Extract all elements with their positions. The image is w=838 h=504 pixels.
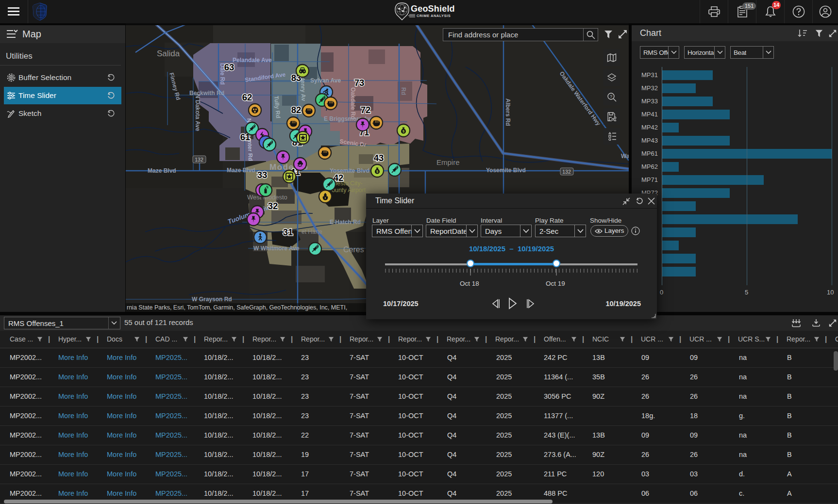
svg-text:Rd: Rd: [400, 87, 407, 95]
svg-text:32: 32: [268, 201, 278, 211]
svg-text:82: 82: [291, 105, 302, 115]
svg-text:Wa: Wa: [621, 153, 629, 160]
svg-text:E Hatch Rd: E Hatch Rd: [330, 219, 361, 226]
svg-text:ounty Airport: ounty Airport: [332, 187, 366, 194]
svg-text:N Dakota Ave: N Dakota Ave: [194, 94, 201, 131]
svg-text:Maze Blvd: Maze Blvd: [227, 167, 255, 174]
svg-text:43: 43: [374, 153, 384, 163]
svg-text:Salida: Salida: [157, 49, 180, 58]
svg-text:31: 31: [283, 227, 293, 237]
svg-text:Sylvan Ave: Sylvan Ave: [310, 77, 341, 84]
svg-text:Empire: Empire: [436, 158, 460, 166]
svg-text:W Whitmore Ave: W Whitmore Ave: [253, 245, 300, 252]
svg-text:Maze Blvd: Maze Blvd: [148, 167, 176, 174]
svg-text:Oakdale Rd: Oakdale Rd: [350, 87, 356, 119]
svg-text:33: 33: [257, 170, 268, 180]
svg-text:132: 132: [562, 169, 571, 175]
svg-text:72: 72: [361, 105, 371, 115]
svg-text:Ceres: Ceres: [343, 245, 364, 254]
svg-text:W Grayson Rd: W Grayson Rd: [192, 296, 232, 303]
svg-text:et Harte: et Harte: [302, 228, 322, 235]
svg-text:73: 73: [354, 78, 365, 88]
svg-text:Pelandale Ave: Pelandale Ave: [233, 57, 272, 64]
svg-text:Yosemite Blvd: Yosemite Blvd: [486, 167, 526, 174]
svg-text:63: 63: [224, 62, 235, 72]
svg-text:132: 132: [195, 157, 203, 163]
svg-text:62: 62: [242, 92, 252, 102]
svg-text:?: ?: [610, 94, 612, 99]
svg-text:Albers Rd: Albers Rd: [504, 98, 511, 126]
